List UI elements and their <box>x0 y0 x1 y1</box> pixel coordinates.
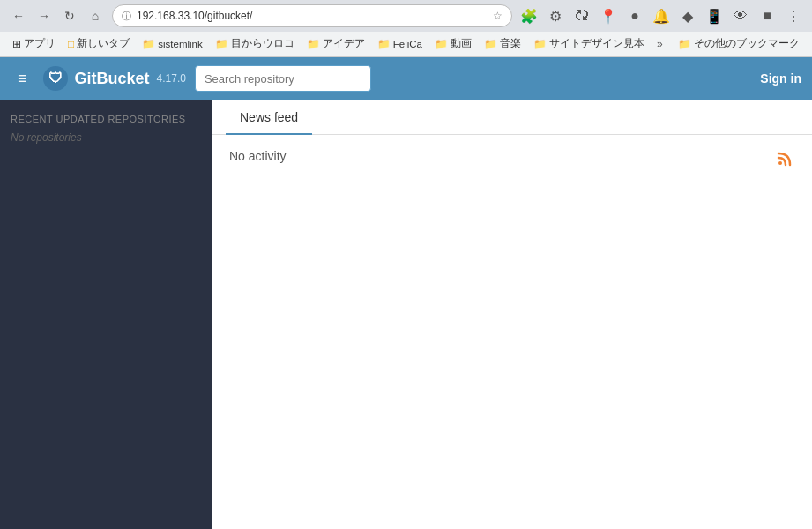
bookmark-apps[interactable]: ⊞ アプリ <box>7 35 61 52</box>
bookmark-sistemlink[interactable]: 📁 sistemlink <box>137 36 207 52</box>
bookmark-me-kara[interactable]: 📁 目からウロコ <box>210 35 300 52</box>
sidebar: Recent updated repositories No repositor… <box>0 100 212 529</box>
other-icon: 📁 <box>678 38 691 50</box>
music-icon: 📁 <box>484 38 497 50</box>
shield-icon: 🛡 <box>48 71 63 86</box>
bookmark-idea[interactable]: 📁 アイデア <box>302 35 370 52</box>
brand-logo: 🛡 <box>43 66 68 91</box>
bookmark-more-button[interactable]: » <box>652 36 668 52</box>
bookmark-site-design[interactable]: 📁 サイトデザイン見本 <box>528 35 650 52</box>
sync-icon[interactable]: 🗘 <box>570 4 593 27</box>
plugin1-icon[interactable]: 📍 <box>597 4 620 27</box>
felica-icon: 📁 <box>377 38 391 50</box>
bookmark-right-section: 📁 その他のブックマーク <box>673 35 805 52</box>
address-bar[interactable]: ⓘ 192.168.33.10/gitbucket/ ☆ <box>112 4 512 27</box>
home-button[interactable]: ⌂ <box>84 4 107 27</box>
extensions-icon[interactable]: 🧩 <box>518 4 540 27</box>
secure-icon: ⓘ <box>122 10 131 23</box>
tab-news-feed[interactable]: News feed <box>226 100 312 135</box>
no-activity-text: No activity <box>229 149 287 163</box>
bookmark-douga[interactable]: 📁 動画 <box>429 35 477 52</box>
brand-version: 4.17.0 <box>157 72 186 85</box>
brand-name: GitBucket <box>75 70 150 88</box>
search-input[interactable] <box>195 65 371 92</box>
plugin6-icon[interactable]: 👁 <box>729 4 752 27</box>
sidebar-section-title: Recent updated repositories <box>11 114 201 124</box>
apps-icon: ⊞ <box>12 38 21 50</box>
rss-icon[interactable] <box>777 149 794 171</box>
plugin2-icon[interactable]: ● <box>623 4 646 27</box>
bookmark-new-tab[interactable]: □ 新しいタブ <box>63 35 135 52</box>
tab-bar: News feed <box>212 100 812 135</box>
plugin3-icon[interactable]: 🔔 <box>650 4 673 27</box>
refresh-button[interactable]: ↻ <box>58 4 81 27</box>
idea-icon: 📁 <box>307 38 320 50</box>
forward-button[interactable]: → <box>33 4 56 27</box>
plugin4-icon[interactable]: ◆ <box>676 4 699 27</box>
plugin5-icon[interactable]: 📱 <box>703 4 726 27</box>
feed-content: No activity <box>212 135 812 185</box>
navbar: ≡ 🛡 GitBucket 4.17.0 Sign in <box>0 57 812 100</box>
bookmark-music[interactable]: 📁 音楽 <box>479 35 526 52</box>
main-content: News feed No activity <box>212 100 812 529</box>
menu-button[interactable]: ⋮ <box>782 4 805 27</box>
brand-logo-link[interactable]: 🛡 GitBucket 4.17.0 <box>43 66 186 91</box>
navbar-menu-button[interactable]: ≡ <box>11 66 34 92</box>
sidebar-empty-label: No repositories <box>11 131 201 144</box>
address-text: 192.168.33.10/gitbucket/ <box>137 10 488 22</box>
me-kara-icon: 📁 <box>215 38 228 50</box>
site-design-icon: 📁 <box>533 38 547 50</box>
douga-icon: 📁 <box>435 38 448 50</box>
bookmark-other[interactable]: 📁 その他のブックマーク <box>673 35 805 52</box>
new-tab-icon: □ <box>68 38 74 50</box>
plugin7-icon[interactable]: ■ <box>756 4 778 27</box>
bookmarks-bar: ⊞ アプリ □ 新しいタブ 📁 sistemlink 📁 目からウロコ 📁 アイ… <box>0 32 812 56</box>
bookmark-felica[interactable]: 📁 FeliCa <box>372 36 428 52</box>
settings-icon[interactable]: ⚙ <box>544 4 567 27</box>
signin-button[interactable]: Sign in <box>760 71 801 86</box>
bookmark-star-icon: ☆ <box>493 10 503 22</box>
sistemlink-icon: 📁 <box>142 38 155 50</box>
svg-point-0 <box>778 161 782 165</box>
back-button[interactable]: ← <box>7 4 30 27</box>
